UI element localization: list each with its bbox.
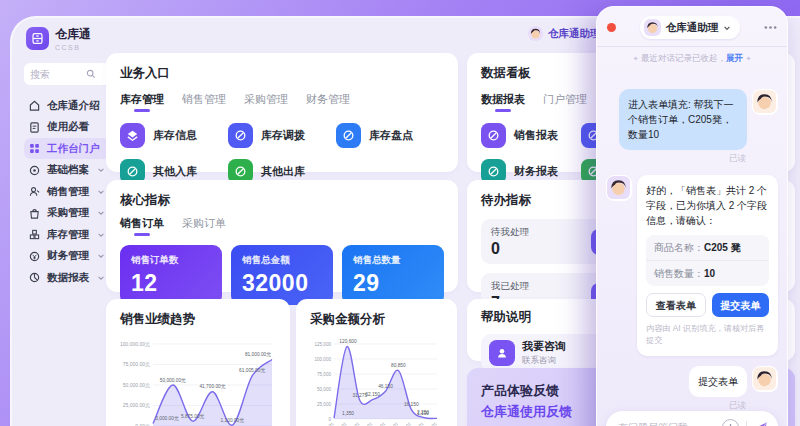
entry-item-inventory-info[interactable]: 库存信息 (120, 123, 228, 148)
svg-text:25,000: 25,000 (317, 402, 331, 407)
app-logo-icon (26, 27, 49, 50)
entry-item-label: 库存盘点 (369, 128, 413, 143)
entry-item-inventory-transfer[interactable]: 库存调拨 (228, 123, 336, 148)
purchase-analysis-chart: 125,000100,00075,00050,00025,00001,35012… (310, 334, 445, 426)
chevron-down-icon (97, 252, 105, 260)
app-logo: 仓库通 CCSB (24, 26, 110, 51)
consult-person-icon (489, 340, 515, 366)
entry-item-inventory-check[interactable]: 库存盘点 (336, 123, 444, 148)
business-entry-card: 业务入口 库存管理 销售管理 采购管理 财务管理 库存信息 库存调拨 库存盘点 … (106, 53, 458, 172)
business-entry-tabs: 库存管理 销售管理 采购管理 财务管理 (120, 92, 444, 112)
metric-value: 32000 (242, 270, 322, 297)
chevron-down-icon (723, 24, 731, 32)
submit-form-button[interactable]: 提交表单 (712, 293, 770, 317)
chevron-down-icon (97, 188, 105, 196)
assistant-selector[interactable]: 仓库通助理 (640, 16, 741, 39)
person-icon (29, 186, 41, 197)
user-avatar (752, 89, 778, 115)
sidebar-item-sales[interactable]: 销售管理 (24, 181, 110, 202)
sidebar-item-intro[interactable]: 仓库通介绍 (24, 95, 110, 116)
board-item-sales-report[interactable]: 销售报表 (481, 123, 581, 148)
sidebar-item-finance[interactable]: 财务管理 (24, 246, 110, 267)
sidebar-item-workbench[interactable]: 工作台门户 (24, 138, 110, 159)
assistant-text: 好的，「销售表」共计 2 个字段，已为你填入 2 个字段信息，请确认： (646, 183, 769, 228)
sidebar-item-label: 使用必看 (47, 120, 89, 134)
tab-inventory-mgmt[interactable]: 库存管理 (120, 92, 164, 112)
document-icon (29, 122, 41, 133)
user-message: 提交表单 (606, 366, 778, 397)
svg-text:2023-09-01: 2023-09-01 (315, 421, 335, 426)
boxes-icon (29, 229, 41, 240)
tab-sales-order[interactable]: 销售订单 (120, 216, 164, 236)
chat-messages: 进入表单填充: 帮我下一个销售订单，C205凳，数量10 已读 好的，「销售表」… (597, 89, 787, 426)
sidebar-item-guide[interactable]: 使用必看 (24, 117, 110, 138)
search-icon (86, 69, 96, 79)
svg-text:50,000.00元: 50,000.00元 (160, 377, 186, 383)
todo-label: 待我处理 (491, 226, 529, 239)
tab-finance-mgmt[interactable]: 财务管理 (306, 92, 350, 112)
message-bubble: 好的，「销售表」共计 2 个字段，已为你填入 2 个字段信息，请确认： 商品名称… (637, 175, 778, 356)
svg-text:100,000: 100,000 (314, 357, 331, 362)
entry-item-label: 其他出库 (261, 164, 305, 179)
metric-label: 销售订单数 (131, 254, 211, 267)
chart-title: 销售业绩趋势 (120, 311, 276, 328)
sidebar-item-purchase[interactable]: 采购管理 (24, 203, 110, 224)
send-icon[interactable] (754, 420, 769, 426)
sidebar-item-label: 工作台门户 (47, 142, 100, 156)
svg-text:75,000: 75,000 (317, 372, 331, 377)
metric-card-total-amount[interactable]: 销售总金额 32000 (231, 245, 333, 305)
svg-text:80,850: 80,850 (391, 363, 406, 368)
chevron-down-icon (97, 166, 105, 174)
svg-text:41,700.00元: 41,700.00元 (199, 383, 225, 389)
svg-text:120,600: 120,600 (339, 339, 357, 344)
sidebar-item-basic-archive[interactable]: 基础档案 (24, 160, 110, 181)
search-input[interactable] (30, 69, 86, 80)
add-icon[interactable] (722, 419, 739, 426)
entry-item-label: 其他入库 (153, 164, 197, 179)
form-label: 商品名称： (654, 242, 704, 253)
tab-data-report[interactable]: 数据报表 (481, 92, 525, 112)
core-metrics-tabs: 销售订单 采购订单 (120, 216, 444, 236)
tab-sales-mgmt[interactable]: 销售管理 (182, 92, 226, 112)
more-menu-icon[interactable] (764, 25, 777, 30)
expand-link[interactable]: 展开 (726, 53, 743, 63)
core-metrics-card: 核心指标 销售订单 采购订单 销售订单数 12 销售总金额 32000 销售总数… (106, 180, 458, 292)
view-form-button[interactable]: 查看表单 (646, 293, 706, 317)
form-row: 商品名称：C205 凳 (646, 235, 769, 260)
svg-text:16,150: 16,150 (404, 402, 419, 407)
svg-text:61,005.00元: 61,005.00元 (239, 367, 265, 373)
chat-title: 仓库通助理 (666, 21, 719, 35)
assistant-entry-button[interactable]: 仓库通助理 (528, 26, 601, 41)
todo-label: 我已处理 (491, 280, 529, 293)
box-icon (120, 123, 145, 148)
notice-text: 最近对话记录已收起， (641, 53, 726, 63)
grid-icon (29, 143, 41, 154)
tab-purchase-order[interactable]: 采购订单 (182, 216, 226, 236)
form-row: 销售数量：10 (646, 260, 769, 286)
history-notice: ✦ 最近对话记录已收起，展开 ✦ (597, 53, 787, 65)
sidebar-item-reports[interactable]: 数据报表 (24, 267, 110, 288)
metric-card-total-qty[interactable]: 销售总数量 29 (342, 245, 444, 305)
coin-icon (29, 251, 41, 262)
user-message: 进入表单填充: 帮我下一个销售订单，C205凳，数量10 (606, 89, 778, 150)
sidebar-item-label: 仓库通介绍 (47, 99, 100, 113)
close-icon[interactable] (607, 23, 616, 32)
chevron-down-icon (97, 274, 105, 282)
metric-value: 29 (353, 270, 433, 297)
svg-text:100,000.00元: 100,000.00元 (120, 341, 150, 347)
tab-purchase-mgmt[interactable]: 采购管理 (244, 92, 288, 112)
tab-portal-mgmt[interactable]: 门户管理 (543, 92, 587, 112)
assistant-avatar (528, 26, 543, 41)
chart-icon (29, 272, 41, 283)
entry-item-label: 库存信息 (153, 128, 197, 143)
sidebar-item-inventory[interactable]: 库存管理 (24, 224, 110, 245)
assistant-entry-label: 仓库通助理 (548, 27, 601, 41)
metric-card-order-count[interactable]: 销售订单数 12 (120, 245, 222, 305)
todo-value: 0 (491, 240, 529, 258)
metric-label: 销售总金额 (242, 254, 322, 267)
chart-title: 采购金额分析 (310, 311, 443, 328)
sidebar-item-label: 基础档案 (47, 163, 89, 177)
sparkle-icon: ✦ (745, 55, 751, 62)
card-title: 核心指标 (120, 192, 444, 209)
chat-input[interactable] (618, 422, 722, 426)
